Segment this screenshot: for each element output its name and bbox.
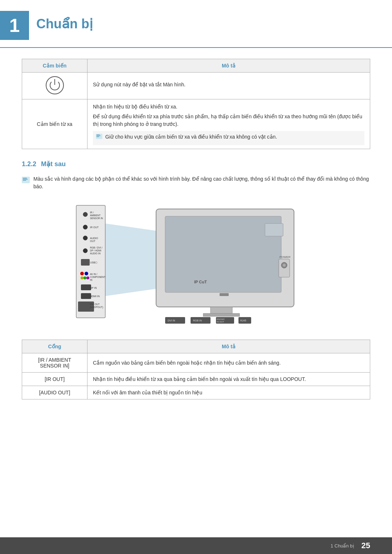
general-note: Màu sắc và hình dạng các bộ phận có thể … — [22, 173, 370, 194]
port-ir-ambient: [IR / AMBIENT SENSOR IN] — [22, 353, 87, 373]
port-ir-out: [IR OUT] — [22, 373, 87, 386]
svg-text:IN: IN — [90, 279, 93, 281]
port-audio-out: [AUDIO OUT] — [22, 386, 87, 399]
power-icon-cell — [22, 73, 87, 99]
page-footer: 1 Chuẩn bị 25 — [0, 537, 392, 554]
table1-col2-header: Mô tả — [87, 59, 370, 73]
svg-rect-34 — [81, 293, 91, 299]
power-arc — [50, 80, 60, 90]
svg-rect-57 — [265, 223, 283, 236]
general-note-icon — [22, 176, 30, 184]
sensor-table: Cảm biến Mô tả Sử dụng nút này để bật và… — [22, 59, 370, 149]
table-row: Sử dụng nút này để bật và tắt Màn hình. — [22, 73, 370, 99]
footer-page-number: 25 — [362, 541, 370, 550]
power-icon — [46, 76, 64, 94]
svg-text:USB⬡: USB⬡ — [90, 261, 97, 264]
svg-text:DP / HDMI: DP / HDMI — [90, 249, 101, 252]
svg-text:DVI OUT: DVI OUT — [90, 303, 99, 305]
svg-text:AUDIO: AUDIO — [90, 237, 98, 239]
svg-text:AV IN /: AV IN / — [90, 273, 97, 275]
remote-sensor-description: Nhận tín hiệu từ bộ điều khiển từ xa. Để… — [87, 99, 370, 149]
table-note: Giữ cho khu vực giữa cảm biến từ xa và đ… — [93, 131, 364, 145]
port-ir-out-desc: Nhận tín hiệu điều khiển từ xa qua bảng … — [87, 373, 370, 386]
remote-desc-1: Nhận tín hiệu từ bộ điều khiển từ xa. — [93, 103, 364, 111]
svg-rect-41 — [211, 307, 232, 314]
svg-text:RS232C: RS232C — [217, 318, 225, 320]
table-row: [AUDIO OUT] Kết nối với âm thanh của thi… — [22, 386, 370, 399]
svg-point-18 — [83, 249, 87, 253]
svg-text:AMBIENT: AMBIENT — [90, 214, 101, 217]
page-header: 1 Chuẩn bị — [0, 0, 392, 48]
svg-text:RJ45: RJ45 — [240, 319, 246, 322]
chapter-number-block: 1 — [0, 11, 29, 40]
svg-point-24 — [80, 272, 84, 275]
general-note-text: Màu sắc và hình dạng các bộ phận có thể … — [33, 175, 370, 190]
svg-text:(LOOPOUT): (LOOPOUT) — [90, 306, 103, 309]
svg-text:POWER: POWER — [279, 255, 290, 259]
svg-point-13 — [83, 225, 87, 229]
svg-rect-22 — [81, 259, 90, 266]
remote-desc-2: Để sử dụng điều khiển từ xa phía trước s… — [93, 113, 364, 128]
svg-point-25 — [85, 272, 88, 275]
remote-sensor-label: Cảm biến từ xa — [22, 99, 87, 149]
svg-text:HDMI IN: HDMI IN — [90, 295, 100, 297]
table-note-text: Giữ cho khu vực giữa cảm biến từ xa và đ… — [105, 133, 277, 141]
svg-rect-58 — [220, 293, 229, 296]
svg-text:IP CuT: IP CuT — [194, 280, 207, 284]
svg-text:OUT: OUT — [90, 240, 96, 242]
svg-text:IN  OUT: IN OUT — [217, 321, 224, 323]
svg-text:AUDIO IN: AUDIO IN — [90, 252, 101, 255]
chapter-title: Chuẩn bị — [36, 11, 93, 32]
svg-marker-52 — [105, 223, 156, 296]
table-row: [IR OUT] Nhận tín hiệu điều khiển từ xa … — [22, 373, 370, 386]
svg-text:IR /: IR / — [90, 211, 94, 214]
table1-col1-header: Cảm biến — [22, 59, 87, 73]
svg-text:COMPONENT: COMPONENT — [90, 276, 105, 278]
svg-rect-40 — [165, 216, 281, 292]
back-panel-diagram: IR / AMBIENT SENSOR IN IR OUT AUDIO OUT … — [22, 202, 370, 329]
svg-rect-42 — [203, 313, 240, 316]
port-table: Cổng Mô tả [IR / AMBIENT SENSOR IN] Cắm … — [22, 340, 370, 399]
table-row: [IR / AMBIENT SENSOR IN] Cắm nguồn vào b… — [22, 353, 370, 373]
table-row: Cảm biến từ xa Nhận tín hiệu từ bộ điều … — [22, 99, 370, 149]
table2-col2-header: Mô tả — [87, 340, 370, 353]
svg-text:SENSOR IN: SENSOR IN — [90, 217, 103, 219]
svg-text:IR OUT: IR OUT — [90, 226, 99, 229]
chapter-number: 1 — [9, 15, 20, 36]
svg-point-27 — [81, 276, 83, 279]
svg-text:DP IN: DP IN — [90, 287, 97, 289]
diagram-svg: IR / AMBIENT SENSOR IN IR OUT AUDIO OUT … — [69, 202, 323, 329]
note-icon — [96, 133, 102, 140]
svg-rect-32 — [81, 284, 91, 290]
svg-text:RGB / DVI /: RGB / DVI / — [90, 246, 102, 249]
svg-point-26 — [83, 276, 86, 279]
footer-section-label: 1 Chuẩn bị — [331, 543, 354, 549]
svg-point-9 — [83, 212, 87, 217]
table2-col1-header: Cổng — [22, 340, 87, 353]
svg-text:DVI IN: DVI IN — [168, 319, 175, 322]
svg-point-56 — [283, 264, 286, 267]
power-description: Sử dụng nút này để bật và tắt Màn hình. — [87, 73, 370, 99]
port-audio-out-desc: Kết nối với âm thanh của thiết bị nguồn … — [87, 386, 370, 399]
port-ir-ambient-desc: Cắm nguồn vào bảng cảm biến bên ngoài ho… — [87, 353, 370, 373]
main-content: Cảm biến Mô tả Sử dụng nút này để bật và… — [0, 59, 392, 399]
svg-point-15 — [83, 236, 87, 240]
svg-text:RGB IN: RGB IN — [193, 319, 202, 322]
svg-point-28 — [86, 276, 89, 279]
section-122-heading: 1.2.2 Mặt sau — [22, 160, 370, 168]
svg-rect-4 — [22, 177, 30, 183]
